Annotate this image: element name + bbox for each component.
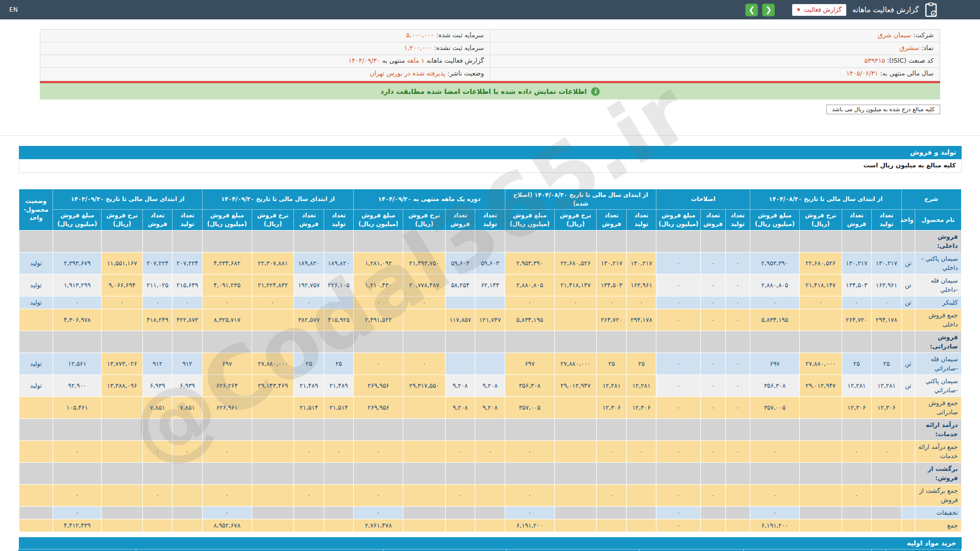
unit-cell: تن (901, 374, 915, 396)
value-cell: ۰ (750, 440, 799, 462)
qty-produced-header: تعداد تولید (324, 210, 353, 230)
value-cell: ۲,۸۸۰,۸۰۵ (750, 274, 799, 296)
value-cell (872, 230, 901, 252)
value-cell (252, 418, 294, 440)
sale-rate-header: نرخ فروش (ریال) (252, 210, 294, 230)
language-switch-en[interactable]: EN (9, 6, 18, 13)
nav-prev-button[interactable]: ❮ (745, 4, 758, 16)
table-row: جمع درآمد ارائه خدمات۰۰۰۰۰۰۰۰۰۰۰۰۰۰۰۰۰۰ (19, 440, 961, 462)
value-cell: ۰ (626, 296, 656, 309)
value-cell (626, 230, 656, 252)
value-cell: ۰ (725, 274, 750, 296)
period-group-header: از ابتدای سال مالی تا تاریخ ۱۴۰۳/۰۹/۳۰ (18, 549, 136, 551)
status-column-header: وضعیت محصول-واحد (19, 189, 53, 231)
value-cell (403, 418, 446, 440)
value-cell: ۴,۴۱۲,۴۳۹ (53, 519, 102, 532)
value-cell: ۲۹,۳۱۷,۵۵۰ (403, 374, 446, 396)
company-info-table: شرکت: سیمان شرق سرمایه ثبت شده: ۵,۰۰۰,۰۰… (40, 29, 940, 81)
value-cell (324, 230, 353, 252)
value-cell: ۰ (842, 440, 871, 462)
value-cell (554, 506, 597, 519)
value-cell (102, 462, 143, 484)
value-cell (475, 462, 505, 484)
value-cell (354, 418, 403, 440)
value-cell: ۰ (701, 309, 725, 331)
value-cell: ۱۳,۷۷۳,۰۲۶ (102, 353, 143, 374)
status-cell: تولید (19, 296, 53, 309)
value-cell: ۱۳۰,۲۱۷ (872, 252, 901, 274)
value-cell (701, 331, 725, 353)
period-group-header: از ابتدای سال مالی تا تاریخ ۱۴۰۳/۰۹/۳۰ (53, 189, 203, 210)
value-cell (701, 519, 725, 532)
nav-next-button[interactable]: ❯ (762, 4, 775, 16)
value-cell: ۰ (656, 252, 701, 274)
value-cell: ۰ (750, 484, 799, 506)
value-cell: ۲۲۶,۱۰۵ (324, 274, 353, 296)
value-cell: ۶۹۷ (202, 353, 252, 374)
value-cell: ۲۵ (597, 353, 626, 374)
value-cell: ۰ (597, 440, 626, 462)
unit-cell (901, 462, 915, 484)
unit-cell (901, 440, 915, 462)
value-cell (173, 462, 202, 484)
value-cell (656, 462, 701, 484)
value-cell: ۱۶۳,۹۶۱ (872, 274, 901, 296)
value-cell (324, 484, 353, 506)
period-group-header: از ابتدای سال مالی تا تاریخ ۱۴۰۴/۰۸/۳۰ (… (505, 189, 656, 210)
info-label: نماد: (919, 44, 934, 52)
info-label: کد صنعت (ISIC): (885, 57, 934, 64)
period-group-header: ازابتدای سال مالی تا تاریخ ۱۴۰۴/۰۸/۳۰ (ا… (507, 549, 640, 551)
value-cell: ۰ (403, 353, 446, 374)
desc-header: شرح (886, 549, 961, 551)
value-cell: ۲۱,۵۱۴ (294, 396, 324, 418)
value-cell: ۲۶۹,۹۵۶ (354, 374, 403, 396)
value-cell (252, 440, 294, 462)
sale-rate-header: نرخ فروش (ریال) (554, 210, 597, 230)
value-cell: ۲۷,۸۸۰,۰۰۰ (554, 353, 597, 374)
table-row: درآمد ارائه خدمات: (19, 418, 961, 440)
value-cell (505, 230, 554, 252)
value-cell: ۲,۸۸۰,۸۰۵ (505, 274, 554, 296)
value-cell: ۲۶۴,۷۲۰ (842, 309, 871, 331)
info-cell-right: کد صنعت (ISIC): ۵۳۹۴۱۵ (490, 55, 940, 67)
value-cell (475, 418, 505, 440)
value-cell: ۹,۲۰۸ (475, 374, 505, 396)
period-group-header: از ابتدای سال مالی تا تاریخ ۱۴۰۴/۰۹/۳۰ (202, 189, 354, 210)
value-cell: ۰ (252, 296, 294, 309)
value-cell: ۰ (725, 296, 750, 309)
value-cell (475, 506, 505, 519)
value-cell (142, 462, 172, 484)
unit-cell (901, 506, 915, 519)
status-cell: تولید (19, 353, 53, 374)
value-cell (252, 230, 294, 252)
value-cell (102, 418, 143, 440)
value-cell: ۵,۸۳۴,۱۹۵ (505, 309, 554, 331)
value-cell: ۲۲,۳۰۷,۸۸۱ (252, 252, 294, 274)
value-cell: ۲۶۹,۹۵۶ (354, 396, 403, 418)
value-cell (403, 519, 446, 532)
sale-rate-header: نرخ فروش (ریال) (403, 210, 446, 230)
info-value: ۱۴۰۵/۰۶/۳۱ (846, 69, 878, 77)
value-cell (799, 462, 842, 484)
value-cell (554, 440, 597, 462)
value-cell (750, 331, 799, 353)
report-type-dropdown[interactable]: گزارش فعالیت ▼ (792, 4, 846, 16)
value-cell: ۰ (354, 440, 403, 462)
unit-cell (901, 484, 915, 506)
value-cell (324, 506, 353, 519)
value-cell (872, 462, 901, 484)
value-cell: ۰ (554, 296, 597, 309)
value-cell (799, 418, 842, 440)
sale-amount-header: مبلغ فروش (میلیون ریال) (354, 210, 403, 230)
signed-data-banner: i اطلاعات نمایش داده شده با اطلاعات امضا… (40, 81, 940, 99)
row-label: سیمان فله -داخلي (915, 274, 961, 296)
value-cell (750, 230, 799, 252)
value-cell (701, 506, 725, 519)
value-cell (294, 519, 324, 532)
value-cell: ۳۸۲,۵۷۷ (294, 309, 324, 331)
value-cell: ۰ (872, 296, 901, 309)
value-cell: ۰ (597, 296, 626, 309)
value-cell: ۹۱۲ (173, 353, 202, 374)
info-cell-left: گزارش فعالیت ماهانه ۱ ماهه منتهی به ۱۴۰۴… (40, 55, 490, 67)
value-cell: ۴۱۵,۹۲۵ (324, 309, 353, 331)
